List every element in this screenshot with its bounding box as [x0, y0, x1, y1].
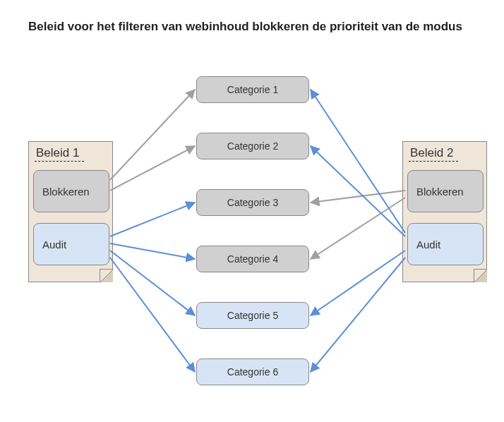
policy-1-block: Blokkeren [33, 170, 109, 212]
arrow-p1-block-c2 [110, 146, 195, 191]
policy-2-title: Beleid 2 [410, 146, 453, 160]
policy-1-box: Beleid 1 Blokkeren Audit [28, 141, 113, 282]
arrow-p2-audit-c2 [311, 146, 405, 236]
arrow-p2-block-c4 [311, 198, 405, 259]
category-2: Categorie 2 [196, 133, 309, 159]
arrow-p2-audit-c1 [311, 90, 405, 233]
category-1: Categorie 1 [196, 76, 309, 103]
category-6: Categorie 6 [196, 358, 309, 385]
arrow-p1-audit-c6 [110, 258, 195, 372]
category-4: Categorie 4 [196, 246, 309, 272]
arrow-p2-block-c3 [311, 191, 405, 203]
page-fold-icon [474, 269, 487, 282]
arrow-p1-block-c1 [110, 90, 195, 180]
policy-1-title: Beleid 1 [36, 146, 79, 160]
arrow-p1-audit-c3 [110, 203, 195, 236]
policy-1-audit: Audit [33, 223, 109, 265]
arrow-p2-audit-c5 [311, 251, 405, 315]
arrow-p1-audit-c4 [110, 243, 195, 259]
category-3: Categorie 3 [196, 189, 309, 216]
page-fold-icon [100, 269, 113, 282]
arrow-p1-audit-c5 [110, 251, 195, 315]
policy-2-box: Beleid 2 Blokkeren Audit [402, 141, 487, 282]
diagram-title: Beleid voor het filteren van webinhoud b… [28, 20, 490, 34]
policy-2-block: Blokkeren [407, 170, 484, 212]
policy-2-audit: Audit [407, 223, 484, 265]
arrow-p2-audit-c6 [311, 258, 405, 372]
category-5: Categorie 5 [196, 302, 309, 329]
